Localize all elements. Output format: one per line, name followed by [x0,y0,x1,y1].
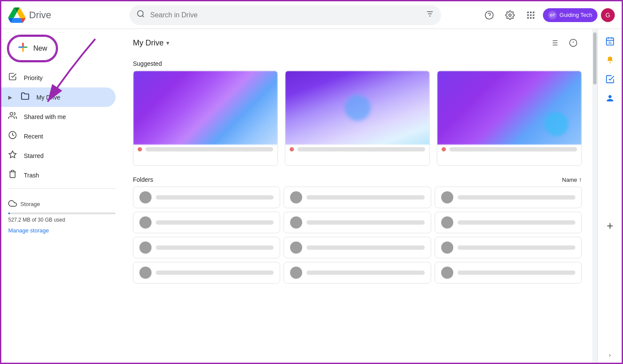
svg-text:GT: GT [550,13,555,17]
storage-bar-fill [8,213,10,214]
svg-rect-7 [527,11,529,13]
card-dot-1 [138,147,142,151]
sort-arrow-icon: ↑ [579,176,582,183]
sidebar-item-recent[interactable]: Recent [1,126,116,146]
new-button[interactable]: New [8,36,57,61]
folder-item-2[interactable] [284,187,431,208]
search-bar[interactable] [129,5,441,25]
folder-item-10[interactable] [133,262,280,283]
storage-icon [8,199,17,209]
search-input[interactable] [150,11,420,19]
priority-label: Priority [24,74,43,81]
filter-icon[interactable] [426,10,434,20]
svg-rect-12 [533,14,535,16]
svg-rect-13 [527,17,529,19]
user-avatar[interactable]: G [601,8,615,22]
folder-icon-12 [441,267,453,279]
expand-arrow-icon: ▶ [8,94,12,100]
suggested-card-3[interactable] [437,71,582,166]
sidebar: New Priority ▶ My Drive Shared with me [1,29,123,364]
folder-name-1 [156,195,274,200]
folder-item-8[interactable] [284,237,431,258]
panel-expand-icon[interactable]: › [609,351,611,358]
help-button[interactable] [481,6,498,24]
folder-icon-5 [290,216,302,229]
folders-section: Folders Name ↑ [123,176,592,283]
panel-contacts-icon[interactable] [601,90,619,107]
folder-icon-8 [290,242,302,254]
folder-grid [133,187,582,283]
folder-name-12 [458,271,575,275]
sidebar-item-shared[interactable]: Shared with me [1,107,116,126]
folder-icon-3 [441,191,453,203]
folder-icon-6 [441,216,453,229]
priority-icon [8,72,17,83]
trash-icon [8,170,17,180]
settings-button[interactable] [501,6,519,24]
panel-add-button[interactable] [601,217,619,235]
suggested-card-2[interactable] [285,71,430,166]
info-button[interactable] [565,34,582,52]
list-view-button[interactable] [546,34,563,52]
new-plus-icon [18,42,28,55]
folder-item-11[interactable] [284,262,431,283]
folder-name-6 [458,220,575,225]
app-title: Drive [29,10,51,21]
folder-icon-7 [139,242,152,254]
scrollbar-track[interactable] [592,29,597,364]
card-dot-2 [290,147,294,151]
my-drive-icon [21,92,29,103]
app-header: Drive GT Guiding Tech G [1,1,622,29]
svg-text:31: 31 [608,41,611,45]
card-title-1 [145,147,273,151]
folder-item-12[interactable] [435,262,582,283]
logo-area: Drive [8,6,129,24]
panel-calendar-icon[interactable]: 31 [601,32,619,50]
folder-name-3 [458,195,575,200]
scrollbar-thumb[interactable] [593,32,597,84]
svg-point-23 [10,113,13,116]
guiding-tech-button[interactable]: GT Guiding Tech [543,8,597,22]
folder-item-9[interactable] [435,237,582,258]
apps-button[interactable] [522,6,539,24]
sidebar-item-starred[interactable]: Starred [1,146,116,165]
drive-chevron-icon: ▾ [166,39,169,46]
folder-item-3[interactable] [435,187,582,208]
folder-name-8 [307,245,424,250]
folder-item-1[interactable] [133,187,280,208]
main-layout: New Priority ▶ My Drive Shared with me [1,29,622,364]
suggested-cards [133,71,582,166]
folder-icon-1 [139,191,152,203]
card-dot-3 [442,147,446,151]
sidebar-item-trash[interactable]: Trash [1,165,116,185]
folder-item-7[interactable] [133,237,280,258]
svg-rect-15 [533,17,535,19]
folder-item-6[interactable] [435,212,582,233]
folder-icon-10 [139,267,152,279]
shared-icon [8,111,17,122]
sidebar-item-my-drive[interactable]: ▶ My Drive [1,87,116,107]
trash-label: Trash [24,172,39,179]
new-button-wrapper: New [1,32,123,68]
panel-tasks-icon[interactable] [601,71,619,88]
drive-title[interactable]: My Drive ▾ [133,39,169,48]
suggested-card-1[interactable] [133,71,278,166]
svg-point-0 [138,11,143,16]
folder-name-10 [156,271,274,275]
svg-rect-9 [533,11,535,13]
new-button-label: New [33,45,47,52]
card-title-3 [449,147,577,151]
svg-marker-25 [9,151,16,158]
panel-keep-icon[interactable] [601,52,619,69]
folder-item-5[interactable] [284,212,431,233]
starred-label: Starred [24,152,44,159]
manage-storage-link[interactable]: Manage storage [8,227,49,234]
folder-name-5 [307,220,424,225]
name-sort-button[interactable]: Name ↑ [562,176,582,183]
guiding-tech-label: Guiding Tech [559,12,592,18]
card-footer-1 [133,145,278,154]
my-drive-label: My Drive [36,94,60,101]
folder-item-4[interactable] [133,212,280,233]
sidebar-item-priority[interactable]: Priority [1,68,116,87]
sidebar-divider [8,188,116,189]
